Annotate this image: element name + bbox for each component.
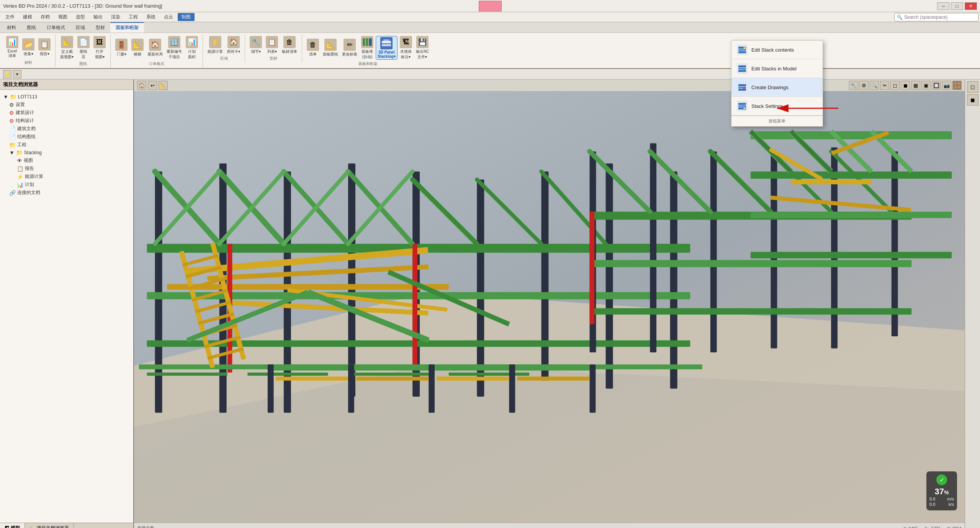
- tab-materials[interactable]: 材料: [2, 22, 21, 33]
- rp-btn-1[interactable]: ◻: [967, 81, 978, 93]
- vp-tools-btn4[interactable]: ✂: [880, 81, 889, 90]
- search-input[interactable]: [904, 15, 973, 20]
- btn-open-view[interactable]: 🖼 打开视图▾: [92, 35, 107, 60]
- toolbar2-btn-2[interactable]: ▾: [13, 70, 21, 78]
- btn-output-nc[interactable]: 💾 输出NC文件▾: [414, 35, 430, 60]
- vp-home-btn[interactable]: 🏠: [137, 81, 146, 90]
- btn-excel[interactable]: 📊 Excel清单: [5, 35, 20, 59]
- tree-item-linked-doc[interactable]: 🔗 连接的文档: [2, 189, 132, 197]
- menu-pointcloud[interactable]: 点云: [160, 13, 177, 21]
- dropdown-stack-settings[interactable]: Stack Settings: [731, 97, 823, 116]
- svg-rect-75: [751, 212, 952, 218]
- left-panel-title: 项目文档浏览器: [0, 80, 133, 90]
- maximize-button[interactable]: □: [951, 2, 963, 10]
- vp-tools-btn9[interactable]: 🔲: [932, 81, 941, 90]
- svg-rect-5: [383, 39, 389, 41]
- vp-tools-btn10[interactable]: 📷: [942, 81, 951, 90]
- btn-list[interactable]: 📋 列表▾: [264, 35, 280, 55]
- mini-status: ✓ 37% 0.0 m/s 0.0 k/s: [926, 471, 957, 510]
- btn-plan-area[interactable]: 📊 计划面积: [184, 35, 200, 60]
- tree-item-engineering[interactable]: 📁 工程: [2, 141, 132, 149]
- menu-file[interactable]: 文件: [2, 13, 18, 21]
- btn-panel-clear[interactable]: 🗑 清单: [305, 38, 321, 58]
- status-left-text: 选择元素: [137, 525, 154, 528]
- btn-collect[interactable]: 📂 收集▾: [21, 37, 36, 57]
- btn-panel-auto[interactable]: 面板堆(自动): [360, 35, 375, 60]
- tree-label: 连接的文档: [17, 189, 40, 196]
- menu-render[interactable]: 渲染: [107, 13, 124, 21]
- rp-btn-2[interactable]: ◼: [967, 94, 978, 106]
- tree-item-energy-calc[interactable]: ⚡ 能源计算: [2, 173, 132, 181]
- dropdown-menu: e Edit Stack contents Edit Stacks in Mod…: [731, 40, 823, 127]
- btn-change-label[interactable]: ✏ 更改标签: [340, 38, 359, 58]
- menu-select[interactable]: 选型: [72, 13, 89, 21]
- btn-roof-layout[interactable]: 🏠 屋面布局: [146, 38, 164, 58]
- vp-tools-btn7[interactable]: ▦: [911, 81, 920, 90]
- btn-renumber[interactable]: 🔢 重新编号子项目: [165, 35, 183, 60]
- svg-rect-57: [348, 373, 429, 376]
- tree-item-arch-doc[interactable]: 📄 建筑文档: [2, 125, 132, 133]
- ribbon-group-profile: 🔧 细节▾ 📋 列表▾ 🗑 板材清单 型材: [245, 34, 302, 63]
- vp-tools-btn3[interactable]: 🔍: [870, 81, 879, 90]
- btn-detail[interactable]: 🔧 细节▾: [248, 35, 263, 55]
- btn-3d-panel-stacking[interactable]: 3D PanelStacking▾: [376, 36, 398, 60]
- btn-report[interactable]: 📋 报告▾: [37, 37, 52, 57]
- tab-order[interactable]: 订单格式: [41, 22, 70, 33]
- tree-item-struct-drawing[interactable]: 📄 结构图纸: [2, 133, 132, 141]
- energy-calc-icon: ⚡: [17, 174, 23, 180]
- tab-area[interactable]: 区域: [70, 22, 90, 33]
- tree-item-settings[interactable]: ⚙ 设置: [2, 101, 132, 109]
- roof-layout-icon: 🏠: [149, 39, 161, 51]
- dropdown-edit-stack[interactable]: e Edit Stack contents: [731, 41, 823, 59]
- vp-back-btn[interactable]: ↩: [148, 81, 157, 90]
- btn-stairs[interactable]: 📐 楼梯: [130, 38, 145, 58]
- tab-project-browser[interactable]: 📁 项目文档浏览器: [25, 523, 74, 528]
- btn-panel-drawing[interactable]: 📐 面板图纸: [321, 38, 340, 58]
- menu-drawing[interactable]: 制图: [178, 13, 195, 21]
- menu-engineering[interactable]: 工程: [125, 13, 142, 21]
- svg-rect-45: [590, 308, 912, 315]
- minimize-button[interactable]: ─: [937, 2, 949, 10]
- vp-tools-btn5[interactable]: ◻: [890, 81, 900, 90]
- tree-item-plan[interactable]: 📊 计划: [2, 181, 132, 189]
- svg-rect-102: [738, 65, 746, 67]
- vp-measure-btn[interactable]: 📐: [159, 81, 168, 90]
- menu-output[interactable]: 输出: [90, 13, 106, 21]
- svg-rect-95: [437, 376, 509, 381]
- vp-tools-btn6[interactable]: ◼: [901, 81, 910, 90]
- vp-tools-btn1[interactable]: 🔧: [849, 81, 858, 90]
- tree-item-reports[interactable]: 📋 报告: [2, 165, 132, 173]
- vp-tools-btn2[interactable]: ⚙: [859, 81, 869, 90]
- btn-drawing-page[interactable]: 📄 图纸页: [76, 35, 91, 60]
- menu-system[interactable]: 系统: [142, 13, 159, 21]
- tree-item-views[interactable]: 👁 视图: [2, 156, 132, 165]
- group-title-profile: 型材: [270, 56, 277, 61]
- tab-profile[interactable]: 型材: [90, 22, 110, 33]
- tab-drawings[interactable]: 图纸: [21, 22, 41, 33]
- tree-item-struct-design[interactable]: ⚙ 结构设计: [2, 117, 132, 125]
- vp-tools-btn8[interactable]: ▣: [921, 81, 931, 90]
- btn-define-cross[interactable]: 📐 定义截面视图▾: [59, 35, 75, 60]
- toolbar2: ⭐ ▾: [0, 69, 980, 80]
- btn-energy[interactable]: ⚡ 能源计算: [206, 35, 224, 55]
- tab-panel[interactable]: 面板和桁架: [110, 22, 144, 33]
- close-button[interactable]: ✕: [965, 2, 977, 10]
- title-bar: Vertex BD Pro 2024 / 30.0.2 - LOT7113 - …: [0, 0, 980, 12]
- dropdown-edit-stacks-model[interactable]: Edit Stacks in Model: [731, 59, 823, 78]
- menu-view[interactable]: 视图: [54, 13, 71, 21]
- toolbar2-btn-1[interactable]: ⭐: [3, 70, 11, 78]
- tab-model[interactable]: 🏗 模型: [0, 523, 25, 528]
- dropdown-create-drawings[interactable]: Create Drawings: [731, 78, 823, 97]
- building-3d: ✓ 37% 0.0 m/s 0.0 k/s: [134, 91, 965, 528]
- tree-label: 建筑文档: [17, 125, 36, 132]
- btn-room-card[interactable]: 🏠 房间卡▾: [225, 35, 242, 55]
- tree-item-stacking[interactable]: ▼ 📁 Stacking: [2, 149, 132, 156]
- btn-wood-wall[interactable]: 🏗 木墙体标注▾: [398, 35, 414, 60]
- tree-item-lot7113[interactable]: ▼ 📁 LOT7113: [2, 93, 132, 101]
- menu-modeling[interactable]: 建模: [19, 13, 36, 21]
- vp-resize-btn[interactable]: ⛶: [952, 81, 962, 90]
- btn-door-window[interactable]: 🚪 门窗▾: [114, 38, 129, 58]
- btn-panel-list[interactable]: 🗑 板材清单: [280, 35, 299, 55]
- tree-item-arch-design[interactable]: ⚙ 建筑设计: [2, 109, 132, 117]
- menu-archive[interactable]: 存档: [37, 13, 54, 21]
